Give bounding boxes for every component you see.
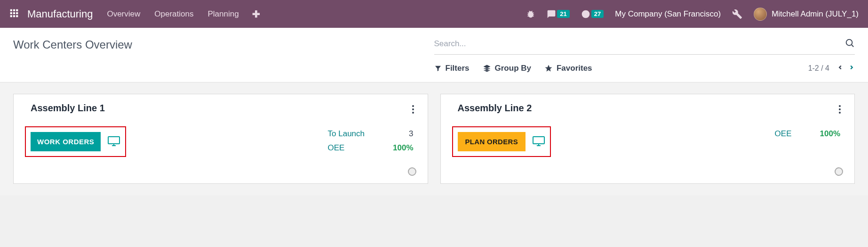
avatar xyxy=(754,8,767,21)
company-selector[interactable]: My Company (San Francisco) xyxy=(615,9,721,19)
metric-label[interactable]: OEE xyxy=(328,143,365,153)
page-title: Work Centers Overview xyxy=(13,36,434,51)
search-input[interactable] xyxy=(434,36,845,51)
workcenter-card: Assembly Line 2 PLAN ORDERS OEE 100% xyxy=(440,94,855,184)
favorites-button[interactable]: Favorites xyxy=(544,64,592,73)
control-panel-top: Work Centers Overview xyxy=(0,28,868,55)
nav-item-planning[interactable]: Planning xyxy=(207,9,239,19)
metric-value: 100% xyxy=(393,143,413,153)
search-icon[interactable] xyxy=(844,38,855,50)
svg-point-11 xyxy=(412,105,414,107)
groupby-label: Group By xyxy=(495,64,531,73)
filters-button[interactable]: Filters xyxy=(434,64,470,73)
main-navbar: Manufacturing Overview Operations Planni… xyxy=(0,0,868,28)
filters-label: Filters xyxy=(446,64,470,73)
nav-menu: Overview Operations Planning xyxy=(107,9,239,19)
svg-point-18 xyxy=(839,108,841,110)
svg-rect-7 xyxy=(13,15,15,17)
svg-point-13 xyxy=(412,112,414,114)
favorites-label: Favorites xyxy=(557,64,592,73)
activities-icon[interactable]: 27 xyxy=(581,9,604,19)
plan-orders-button[interactable]: PLAN ORDERS xyxy=(458,132,526,151)
control-panel-bottom: Filters Group By Favorites 1-2 / 4 xyxy=(0,55,868,82)
svg-rect-6 xyxy=(10,15,12,17)
workcenter-card: Assembly Line 1 WORK ORDERS To Launch OE… xyxy=(13,94,428,184)
svg-rect-0 xyxy=(10,9,12,11)
svg-line-10 xyxy=(852,45,853,47)
card-menu-icon[interactable] xyxy=(836,103,843,118)
svg-rect-14 xyxy=(108,137,119,144)
groupby-button[interactable]: Group By xyxy=(483,64,531,73)
apps-menu-icon[interactable] xyxy=(9,8,19,20)
metric-value: 100% xyxy=(820,129,840,139)
svg-rect-1 xyxy=(13,9,15,11)
new-menu-icon[interactable]: ✚ xyxy=(252,8,260,20)
nav-item-overview[interactable]: Overview xyxy=(107,9,140,19)
highlight-box: WORK ORDERS xyxy=(25,126,126,157)
user-name: Mitchell Admin (JULY_1) xyxy=(772,9,859,19)
svg-rect-5 xyxy=(16,12,18,14)
svg-rect-4 xyxy=(13,12,15,14)
debug-icon[interactable] xyxy=(526,9,535,19)
svg-rect-3 xyxy=(10,12,12,14)
pager: 1-2 / 4 xyxy=(808,63,855,74)
tablet-view-icon[interactable] xyxy=(107,135,120,148)
svg-point-19 xyxy=(839,112,841,114)
svg-rect-20 xyxy=(533,137,544,144)
svg-point-17 xyxy=(839,105,841,107)
svg-rect-2 xyxy=(16,9,18,11)
pager-prev-icon[interactable] xyxy=(837,63,844,74)
card-title[interactable]: Assembly Line 2 xyxy=(458,103,532,114)
status-dot[interactable] xyxy=(408,167,416,176)
work-orders-button[interactable]: WORK ORDERS xyxy=(31,132,101,151)
messages-badge: 21 xyxy=(557,10,569,18)
card-menu-icon[interactable] xyxy=(410,103,416,118)
card-title[interactable]: Assembly Line 1 xyxy=(31,103,105,114)
status-dot[interactable] xyxy=(835,167,843,176)
metric-label[interactable]: OEE xyxy=(775,129,792,139)
metrics: To Launch OEE 3 100% xyxy=(328,126,416,153)
activities-badge: 27 xyxy=(591,10,604,18)
pager-next-icon[interactable] xyxy=(848,63,855,74)
user-menu[interactable]: Mitchell Admin (JULY_1) xyxy=(754,8,859,21)
app-brand[interactable]: Manufacturing xyxy=(27,8,93,20)
highlight-box: PLAN ORDERS xyxy=(452,126,551,157)
svg-point-12 xyxy=(412,108,414,110)
tablet-view-icon[interactable] xyxy=(532,135,545,148)
tools-icon[interactable] xyxy=(732,9,742,19)
svg-rect-8 xyxy=(16,15,18,17)
messages-icon[interactable]: 21 xyxy=(547,9,569,19)
kanban-view: Assembly Line 1 WORK ORDERS To Launch OE… xyxy=(0,82,868,195)
metrics: OEE 100% xyxy=(775,126,843,139)
metric-value: 3 xyxy=(393,129,413,139)
svg-point-9 xyxy=(846,40,852,46)
nav-item-operations[interactable]: Operations xyxy=(154,9,193,19)
search-box xyxy=(434,36,855,55)
pager-text[interactable]: 1-2 / 4 xyxy=(808,64,829,73)
metric-label[interactable]: To Launch xyxy=(328,129,365,139)
